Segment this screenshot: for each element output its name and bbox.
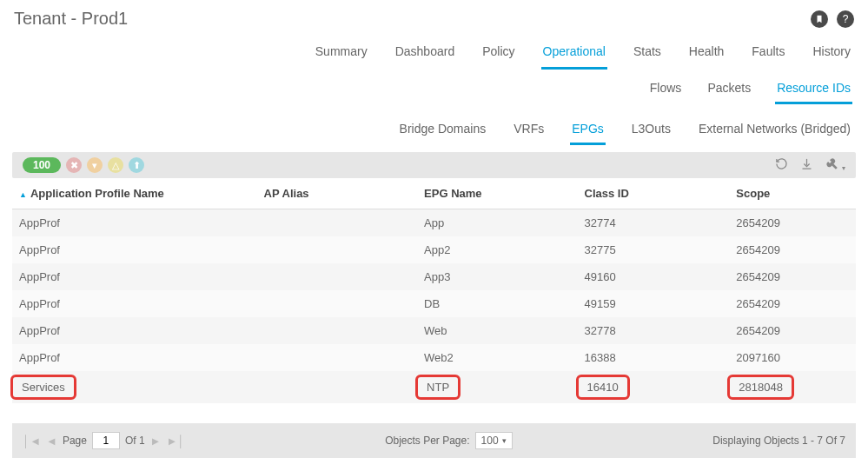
fault-major-icon[interactable]: ▾ xyxy=(87,157,103,173)
cell-class-id: 49159 xyxy=(578,290,730,317)
cell-class-id: 16410 xyxy=(578,371,730,403)
objects-per-page-select[interactable]: 100 ▾ xyxy=(475,432,513,449)
cell-ap-name: AppProf xyxy=(12,236,257,263)
cell-ap-alias xyxy=(257,263,417,290)
tab-summary[interactable]: Summary xyxy=(314,39,369,70)
column-header[interactable]: ▲Application Profile Name xyxy=(12,178,257,209)
table-row[interactable]: ServicesNTP164102818048 xyxy=(12,371,856,403)
cell-scope: 2818048 xyxy=(729,371,856,403)
tab-resource-ids[interactable]: Resource IDs xyxy=(775,79,852,104)
cell-epg-name: Web xyxy=(417,317,577,344)
cell-scope: 2654209 xyxy=(729,209,856,237)
cell-scope: 2097160 xyxy=(729,344,856,371)
cell-ap-alias xyxy=(257,209,417,237)
tab-epgs[interactable]: EPGs xyxy=(570,120,606,145)
pager-last-icon[interactable]: ►│ xyxy=(166,435,184,448)
cell-epg-name: NTP xyxy=(417,371,577,403)
refresh-icon[interactable] xyxy=(775,157,788,173)
tab-external-networks-bridged-[interactable]: External Networks (Bridged) xyxy=(697,120,852,145)
cell-ap-name: AppProf xyxy=(12,209,257,237)
chevron-down-icon: ▾ xyxy=(502,436,507,445)
cell-ap-name: AppProf xyxy=(12,263,257,290)
tab-l3outs[interactable]: L3Outs xyxy=(630,120,673,145)
tab-flows[interactable]: Flows xyxy=(648,79,684,104)
cell-epg-name: DB xyxy=(417,290,577,317)
pager-page-label: Page xyxy=(63,435,87,447)
cell-class-id: 49160 xyxy=(578,263,730,290)
action-bar: 100 ✖ ▾ △ ⬆ ▾ xyxy=(12,152,856,178)
tabs-secondary: FlowsPacketsResource IDs xyxy=(0,70,868,111)
table-row[interactable]: AppProfApp327742654209 xyxy=(12,209,856,237)
cell-epg-name: App xyxy=(417,209,577,237)
cell-ap-alias xyxy=(257,317,417,344)
cell-class-id: 32778 xyxy=(578,317,730,344)
cell-ap-name: Services xyxy=(12,371,257,403)
tab-dashboard[interactable]: Dashboard xyxy=(394,39,457,70)
cell-ap-alias xyxy=(257,290,417,317)
pager-prev-icon[interactable]: ◄ xyxy=(46,435,57,448)
column-header[interactable]: AP Alias xyxy=(257,178,417,209)
table-row[interactable]: AppProfWeb2163882097160 xyxy=(12,344,856,371)
cell-scope: 2654209 xyxy=(729,263,856,290)
column-header[interactable]: EPG Name xyxy=(417,178,577,209)
cell-ap-name: AppProf xyxy=(12,290,257,317)
cell-epg-name: Web2 xyxy=(417,344,577,371)
table-row[interactable]: AppProfWeb327782654209 xyxy=(12,317,856,344)
tab-history[interactable]: History xyxy=(811,39,852,70)
pager-first-icon[interactable]: │◄ xyxy=(23,435,41,448)
pager-next-icon[interactable]: ► xyxy=(150,435,162,448)
download-icon[interactable] xyxy=(800,157,813,173)
objects-per-page-label: Objects Per Page: xyxy=(385,435,469,447)
column-header[interactable]: Class ID xyxy=(578,178,730,209)
fault-warning-icon[interactable]: ⬆ xyxy=(129,157,144,173)
cell-class-id: 16388 xyxy=(578,344,730,371)
tabs-tertiary: Bridge DomainsVRFsEPGsL3OutsExternal Net… xyxy=(0,111,868,152)
tab-faults[interactable]: Faults xyxy=(750,39,786,70)
help-icon[interactable]: ? xyxy=(837,10,854,28)
cell-scope: 2654209 xyxy=(729,290,856,317)
cell-epg-name: App3 xyxy=(417,263,577,290)
tabs-primary: SummaryDashboardPolicyOperationalStatsHe… xyxy=(0,32,868,70)
tab-vrfs[interactable]: VRFs xyxy=(512,120,546,145)
tab-stats[interactable]: Stats xyxy=(632,39,663,70)
cell-ap-name: AppProf xyxy=(12,344,257,371)
objects-per-page: Objects Per Page: 100 ▾ xyxy=(385,432,512,449)
cell-ap-alias xyxy=(257,236,417,263)
bookmark-icon[interactable] xyxy=(811,10,828,28)
pager-page-input[interactable] xyxy=(92,432,120,449)
health-badge[interactable]: 100 xyxy=(23,157,61,173)
tools-icon[interactable]: ▾ xyxy=(825,157,845,173)
fault-critical-icon[interactable]: ✖ xyxy=(66,157,82,173)
page-title: Tenant - Prod1 xyxy=(14,9,128,29)
cell-ap-alias xyxy=(257,344,417,371)
table-row[interactable]: AppProfApp2327752654209 xyxy=(12,236,856,263)
column-header[interactable]: Scope xyxy=(729,178,856,209)
tab-operational[interactable]: Operational xyxy=(541,39,607,70)
cell-scope: 2654209 xyxy=(729,236,856,263)
tab-policy[interactable]: Policy xyxy=(480,39,516,70)
cell-epg-name: App2 xyxy=(417,236,577,263)
tab-health[interactable]: Health xyxy=(687,39,726,70)
cell-ap-alias xyxy=(257,371,417,403)
sort-asc-icon: ▲ xyxy=(19,190,27,199)
pager: │◄ ◄ Page Of 1 ► ►│ xyxy=(23,432,184,449)
table-row[interactable]: AppProfApp3491602654209 xyxy=(12,263,856,290)
cell-ap-name: AppProf xyxy=(12,317,257,344)
pager-of-label: Of 1 xyxy=(125,435,145,447)
cell-class-id: 32774 xyxy=(578,209,730,237)
table-row[interactable]: AppProfDB491592654209 xyxy=(12,290,856,317)
fault-minor-icon[interactable]: △ xyxy=(108,157,123,173)
cell-scope: 2654209 xyxy=(729,317,856,344)
tab-packets[interactable]: Packets xyxy=(706,79,752,104)
cell-class-id: 32775 xyxy=(578,236,730,263)
footer-summary: Displaying Objects 1 - 7 Of 7 xyxy=(712,435,845,447)
data-table: ▲Application Profile NameAP AliasEPG Nam… xyxy=(12,178,856,403)
tab-bridge-domains[interactable]: Bridge Domains xyxy=(398,120,488,145)
footer-bar: │◄ ◄ Page Of 1 ► ►│ Objects Per Page: 10… xyxy=(12,423,856,458)
